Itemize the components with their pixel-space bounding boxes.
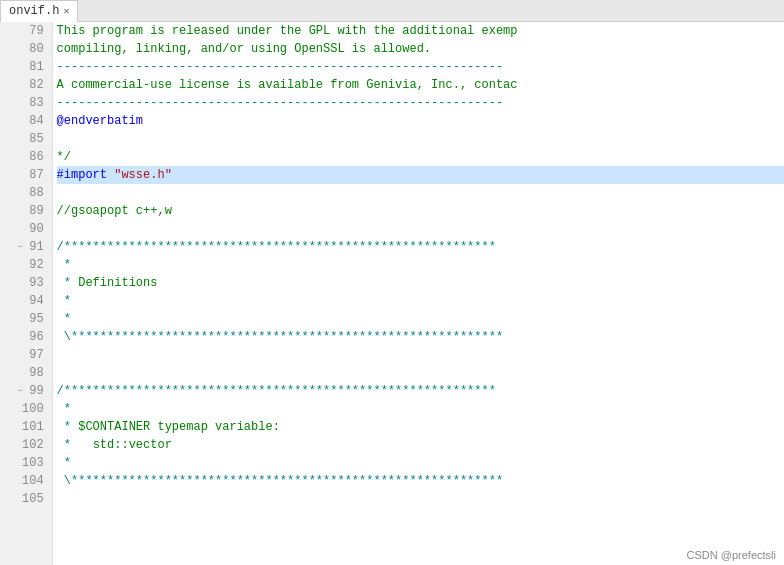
code-line: /***************************************… xyxy=(57,238,784,256)
code-segment: std::vector xyxy=(93,436,172,454)
line-num-value: 97 xyxy=(29,346,43,364)
code-line: compiling, linking, and/or using OpenSSL… xyxy=(57,40,784,58)
line-number: −91 xyxy=(8,238,44,256)
fold-button[interactable]: − xyxy=(15,238,25,256)
code-segment: * xyxy=(57,274,79,292)
code-line: A commercial-use license is available fr… xyxy=(57,76,784,94)
code-line: /***************************************… xyxy=(57,382,784,400)
line-number: 80 xyxy=(8,40,44,58)
code-line: \***************************************… xyxy=(57,328,784,346)
code-segment: //gsoapopt c++,w xyxy=(57,202,172,220)
code-line: * $CONTAINER typemap variable: xyxy=(57,418,784,436)
line-number: 89 xyxy=(8,202,44,220)
editor-wrapper: 798081828384858687888990−919293949596979… xyxy=(0,22,784,565)
line-number: 88 xyxy=(8,184,44,202)
line-num-value: 101 xyxy=(22,418,44,436)
code-line xyxy=(57,220,784,238)
code-segment: * xyxy=(57,310,71,328)
code-line: */ xyxy=(57,148,784,166)
watermark: CSDN @prefectsli xyxy=(687,549,776,561)
line-num-value: 96 xyxy=(29,328,43,346)
line-num-value: 90 xyxy=(29,220,43,238)
code-line: #import "wsse.h" xyxy=(57,166,784,184)
line-num-value: 99 xyxy=(29,382,43,400)
line-number: 87 xyxy=(8,166,44,184)
line-num-value: 84 xyxy=(29,112,43,130)
line-num-value: 88 xyxy=(29,184,43,202)
code-line: * xyxy=(57,310,784,328)
line-num-value: 102 xyxy=(22,436,44,454)
line-number: 79 xyxy=(8,22,44,40)
code-line xyxy=(57,184,784,202)
code-line xyxy=(57,490,784,508)
line-number: 95 xyxy=(8,310,44,328)
line-numbers: 798081828384858687888990−919293949596979… xyxy=(0,22,53,565)
tab-bar: onvif.h ✕ xyxy=(0,0,784,22)
line-number: 93 xyxy=(8,274,44,292)
code-content: This program is released under the GPL w… xyxy=(53,22,784,565)
line-number: 90 xyxy=(8,220,44,238)
line-number: 97 xyxy=(8,346,44,364)
line-num-value: 79 xyxy=(29,22,43,40)
line-number: 102 xyxy=(8,436,44,454)
line-num-value: 87 xyxy=(29,166,43,184)
code-line xyxy=(57,130,784,148)
line-num-value: 83 xyxy=(29,94,43,112)
code-line: * xyxy=(57,256,784,274)
code-line: \***************************************… xyxy=(57,472,784,490)
tab-close-icon[interactable]: ✕ xyxy=(63,5,69,17)
code-line: * xyxy=(57,400,784,418)
line-num-value: 100 xyxy=(22,400,44,418)
code-segment: * xyxy=(57,418,79,436)
code-line: ----------------------------------------… xyxy=(57,94,784,112)
fold-button[interactable]: − xyxy=(15,382,25,400)
code-line: //gsoapopt c++,w xyxy=(57,202,784,220)
line-number: 98 xyxy=(8,364,44,382)
line-number: 92 xyxy=(8,256,44,274)
line-number: 100 xyxy=(8,400,44,418)
line-number: 101 xyxy=(8,418,44,436)
code-segment: A commercial-use license is available fr… xyxy=(57,76,518,94)
code-line: * xyxy=(57,292,784,310)
code-area: 798081828384858687888990−919293949596979… xyxy=(0,22,784,565)
code-segment: @endverbatim xyxy=(57,112,143,130)
code-line: This program is released under the GPL w… xyxy=(57,22,784,40)
line-num-value: 85 xyxy=(29,130,43,148)
line-num-value: 91 xyxy=(29,238,43,256)
code-line: * xyxy=(57,454,784,472)
line-number: 96 xyxy=(8,328,44,346)
code-segment: * xyxy=(57,436,93,454)
line-number: 105 xyxy=(8,490,44,508)
code-line: @endverbatim xyxy=(57,112,784,130)
code-segment: /***************************************… xyxy=(57,382,496,400)
code-segment: * xyxy=(57,292,71,310)
code-segment: ----------------------------------------… xyxy=(57,58,503,76)
code-segment: "wsse.h" xyxy=(114,166,172,184)
code-segment: This program is released under the GPL w… xyxy=(57,22,518,40)
line-num-value: 80 xyxy=(29,40,43,58)
line-number: −99 xyxy=(8,382,44,400)
code-segment: Definitions xyxy=(78,274,157,292)
line-num-value: 86 xyxy=(29,148,43,166)
line-num-value: 82 xyxy=(29,76,43,94)
code-segment: * xyxy=(57,454,71,472)
line-num-value: 104 xyxy=(22,472,44,490)
line-num-value: 103 xyxy=(22,454,44,472)
code-segment: ----------------------------------------… xyxy=(57,94,503,112)
line-num-value: 105 xyxy=(22,490,44,508)
line-num-value: 98 xyxy=(29,364,43,382)
code-line: * Definitions xyxy=(57,274,784,292)
code-segment: \***************************************… xyxy=(57,328,503,346)
code-line: ----------------------------------------… xyxy=(57,58,784,76)
code-segment: * xyxy=(57,256,71,274)
code-line xyxy=(57,346,784,364)
editor-tab[interactable]: onvif.h ✕ xyxy=(0,0,78,22)
line-number: 85 xyxy=(8,130,44,148)
line-num-value: 95 xyxy=(29,310,43,328)
tab-label: onvif.h xyxy=(9,4,59,18)
line-number: 94 xyxy=(8,292,44,310)
line-number: 104 xyxy=(8,472,44,490)
code-segment: $CONTAINER typemap variable: xyxy=(78,418,280,436)
line-num-value: 81 xyxy=(29,58,43,76)
code-line xyxy=(57,364,784,382)
